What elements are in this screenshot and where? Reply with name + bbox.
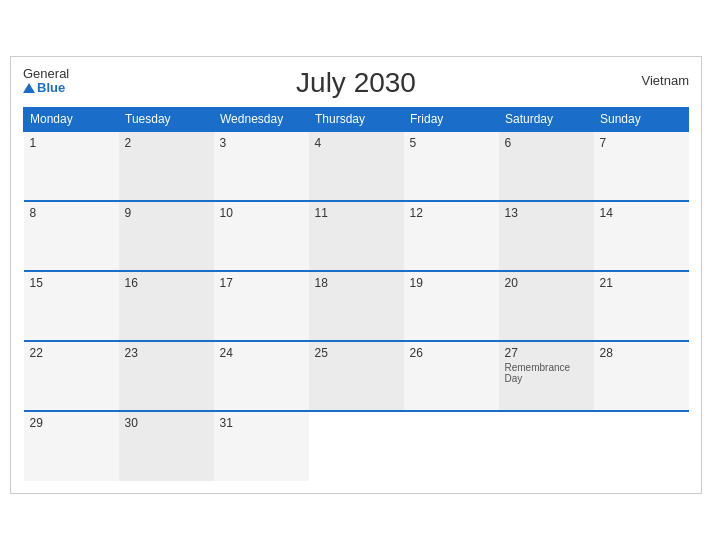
day-number: 10 bbox=[220, 206, 303, 220]
day-number: 29 bbox=[30, 416, 113, 430]
day-number: 6 bbox=[505, 136, 588, 150]
day-cell: 5 bbox=[404, 131, 499, 201]
day-cell: 4 bbox=[309, 131, 404, 201]
day-number: 22 bbox=[30, 346, 113, 360]
logo-blue-label: Blue bbox=[37, 81, 65, 95]
day-cell: 19 bbox=[404, 271, 499, 341]
day-number: 16 bbox=[125, 276, 208, 290]
col-wednesday: Wednesday bbox=[214, 108, 309, 132]
day-number: 12 bbox=[410, 206, 493, 220]
calendar-grid: Monday Tuesday Wednesday Thursday Friday… bbox=[23, 107, 689, 481]
day-cell: 29 bbox=[24, 411, 119, 481]
day-cell bbox=[404, 411, 499, 481]
day-number: 7 bbox=[600, 136, 683, 150]
logo-blue-text: Blue bbox=[23, 81, 69, 95]
col-sunday: Sunday bbox=[594, 108, 689, 132]
day-cell: 14 bbox=[594, 201, 689, 271]
day-cell: 8 bbox=[24, 201, 119, 271]
day-number: 27 bbox=[505, 346, 588, 360]
day-cell: 2 bbox=[119, 131, 214, 201]
day-number: 14 bbox=[600, 206, 683, 220]
day-number: 23 bbox=[125, 346, 208, 360]
day-cell: 11 bbox=[309, 201, 404, 271]
day-cell: 7 bbox=[594, 131, 689, 201]
day-cell: 13 bbox=[499, 201, 594, 271]
day-number: 2 bbox=[125, 136, 208, 150]
day-number: 11 bbox=[315, 206, 398, 220]
day-number: 25 bbox=[315, 346, 398, 360]
day-number: 1 bbox=[30, 136, 113, 150]
day-cell: 21 bbox=[594, 271, 689, 341]
country-label: Vietnam bbox=[642, 73, 689, 88]
day-cell: 25 bbox=[309, 341, 404, 411]
week-row-4: 222324252627Remembrance Day28 bbox=[24, 341, 689, 411]
week-row-3: 15161718192021 bbox=[24, 271, 689, 341]
day-cell: 17 bbox=[214, 271, 309, 341]
col-friday: Friday bbox=[404, 108, 499, 132]
week-row-1: 1234567 bbox=[24, 131, 689, 201]
day-cell: 31 bbox=[214, 411, 309, 481]
day-cell: 16 bbox=[119, 271, 214, 341]
day-number: 31 bbox=[220, 416, 303, 430]
logo: General Blue bbox=[23, 67, 69, 96]
day-number: 19 bbox=[410, 276, 493, 290]
day-number: 28 bbox=[600, 346, 683, 360]
header-row: Monday Tuesday Wednesday Thursday Friday… bbox=[24, 108, 689, 132]
day-number: 21 bbox=[600, 276, 683, 290]
week-row-5: 293031 bbox=[24, 411, 689, 481]
day-cell: 28 bbox=[594, 341, 689, 411]
day-number: 20 bbox=[505, 276, 588, 290]
calendar-container: General Blue July 2030 Vietnam Monday Tu… bbox=[10, 56, 702, 494]
logo-general-text: General bbox=[23, 67, 69, 81]
day-number: 13 bbox=[505, 206, 588, 220]
col-tuesday: Tuesday bbox=[119, 108, 214, 132]
day-cell: 15 bbox=[24, 271, 119, 341]
calendar-title: July 2030 bbox=[296, 67, 416, 99]
day-number: 8 bbox=[30, 206, 113, 220]
day-number: 17 bbox=[220, 276, 303, 290]
day-cell: 3 bbox=[214, 131, 309, 201]
day-cell: 24 bbox=[214, 341, 309, 411]
day-cell: 6 bbox=[499, 131, 594, 201]
day-cell: 27Remembrance Day bbox=[499, 341, 594, 411]
col-monday: Monday bbox=[24, 108, 119, 132]
logo-triangle-icon bbox=[23, 83, 35, 93]
day-number: 30 bbox=[125, 416, 208, 430]
day-cell bbox=[309, 411, 404, 481]
day-cell: 22 bbox=[24, 341, 119, 411]
day-cell: 30 bbox=[119, 411, 214, 481]
day-cell: 26 bbox=[404, 341, 499, 411]
day-number: 26 bbox=[410, 346, 493, 360]
week-row-2: 891011121314 bbox=[24, 201, 689, 271]
col-saturday: Saturday bbox=[499, 108, 594, 132]
day-cell: 18 bbox=[309, 271, 404, 341]
day-cell bbox=[499, 411, 594, 481]
col-thursday: Thursday bbox=[309, 108, 404, 132]
calendar-header: General Blue July 2030 Vietnam bbox=[23, 67, 689, 99]
day-number: 4 bbox=[315, 136, 398, 150]
day-cell: 20 bbox=[499, 271, 594, 341]
day-number: 18 bbox=[315, 276, 398, 290]
day-cell: 10 bbox=[214, 201, 309, 271]
day-cell: 9 bbox=[119, 201, 214, 271]
day-number: 9 bbox=[125, 206, 208, 220]
day-cell: 23 bbox=[119, 341, 214, 411]
day-number: 5 bbox=[410, 136, 493, 150]
day-cell bbox=[594, 411, 689, 481]
day-cell: 12 bbox=[404, 201, 499, 271]
day-number: 24 bbox=[220, 346, 303, 360]
day-number: 3 bbox=[220, 136, 303, 150]
day-number: 15 bbox=[30, 276, 113, 290]
day-cell: 1 bbox=[24, 131, 119, 201]
event-label: Remembrance Day bbox=[505, 362, 588, 384]
